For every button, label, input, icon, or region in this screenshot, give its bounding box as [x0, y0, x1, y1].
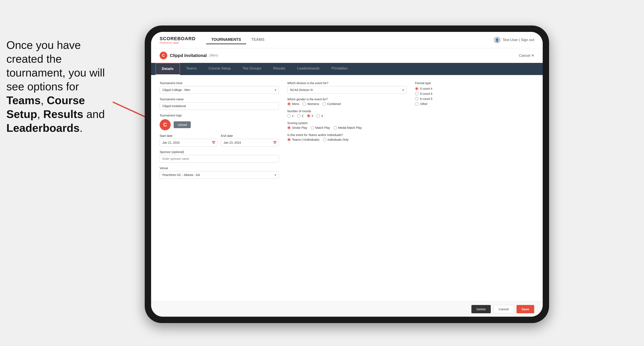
tournament-host-select-wrapper: Clippd College - Men [160, 86, 279, 94]
save-button[interactable]: Save [516, 305, 534, 313]
nav-tournaments[interactable]: TOURNAMENTS [206, 36, 246, 44]
teams-plus-radio[interactable] [287, 138, 291, 141]
scoring-medal-radio[interactable] [334, 126, 337, 129]
scoring-match-radio[interactable] [311, 126, 314, 129]
scoring-medal[interactable]: Medal Match Play [334, 126, 362, 129]
sponsor-label: Sponsor (optional) [160, 150, 279, 154]
division-field: Which division is the event for? NCAA Di… [287, 81, 406, 94]
scoring-radio-group: Stroke Play Match Play Medal Match Play [287, 126, 406, 129]
logo-area: SCOREBOARD Powered by clippd [160, 36, 196, 44]
user-label[interactable]: Test User | Sign out [503, 38, 534, 42]
tournament-name-input[interactable] [160, 102, 279, 110]
teams-plus-individuals[interactable]: Teams (+Individuals) [287, 138, 320, 141]
start-date-wrapper: 📅 [160, 139, 218, 147]
round-1[interactable]: 1 [287, 114, 294, 118]
round-3[interactable]: 3 [307, 114, 313, 118]
venue-select-wrapper: Peachtree GC - Atlanta - GA [160, 171, 279, 179]
end-date-label: End date [221, 134, 279, 138]
tournament-logo-label: Tournament logo [160, 114, 279, 117]
venue-select[interactable]: Peachtree GC - Atlanta - GA [160, 171, 279, 179]
user-avatar: 👤 [494, 36, 500, 43]
gender-womens[interactable]: Womens [303, 102, 319, 106]
tablet-device: SCOREBOARD Powered by clippd TOURNAMENTS… [145, 25, 549, 323]
delete-button[interactable]: Delete [472, 305, 491, 313]
rounds-radio-group: 1 2 3 [287, 114, 406, 118]
nav-teams[interactable]: TEAMS [246, 36, 270, 44]
format-6count5-radio[interactable] [415, 97, 418, 101]
teams-field: Is this event for Teams and/or Individua… [287, 133, 406, 141]
tournament-host-field: Tournament Host Clippd College - Men [160, 81, 279, 94]
nav-links: TOURNAMENTS TEAMS [206, 36, 494, 44]
tab-printables[interactable]: Printables [326, 63, 354, 75]
round-2[interactable]: 2 [297, 114, 304, 118]
tab-tee-groups[interactable]: Tee Groups [237, 63, 267, 75]
individuals-only[interactable]: Individuals Only [323, 138, 348, 141]
tab-leaderboards[interactable]: Leaderboards [291, 63, 326, 75]
tournament-name-field: Tournament name [160, 98, 279, 110]
format-6count5[interactable]: 6 count 5 [415, 97, 534, 101]
start-date-field: Start date 📅 [160, 134, 218, 147]
teams-label: Is this event for Teams and/or Individua… [287, 133, 406, 137]
gender-combined-radio[interactable] [322, 102, 326, 106]
format-5count4-radio[interactable] [415, 87, 418, 90]
tab-results[interactable]: Results [267, 63, 291, 75]
tournament-name: Clippd Invitational [170, 53, 207, 58]
form-col-3: Format type 5 count 4 6 count 4 [415, 81, 534, 295]
sponsor-input[interactable] [160, 155, 279, 163]
individuals-only-radio[interactable] [323, 138, 326, 141]
format-6count4-radio[interactable] [415, 92, 418, 95]
tournament-icon: C [160, 52, 167, 59]
format-5count4[interactable]: 5 count 4 [415, 87, 534, 90]
intro-text: Once you have created the tournament, yo… [0, 34, 124, 139]
form-footer: Delete Cancel Save [151, 301, 543, 317]
tournament-type: (Men) [209, 54, 218, 57]
gender-womens-radio[interactable] [303, 102, 306, 106]
main-content: Tournament Host Clippd College - Men Tou… [151, 75, 543, 317]
scoring-stroke[interactable]: Stroke Play [287, 126, 307, 129]
round-3-label: 3 [312, 114, 313, 118]
venue-label: Venue [160, 167, 279, 170]
format-other-label: Other [420, 102, 428, 106]
rounds-label: Number of rounds [287, 109, 406, 113]
gender-mens-radio[interactable] [287, 102, 291, 106]
end-date-field: End date 📅 [221, 134, 279, 147]
format-other[interactable]: Other [415, 102, 534, 106]
tab-teams[interactable]: Teams [180, 63, 202, 75]
tournament-host-label: Tournament Host [160, 81, 279, 85]
scoring-match-label: Match Play [316, 126, 330, 129]
scoring-medal-label: Medal Match Play [338, 126, 362, 129]
division-select[interactable]: NCAA Division III [287, 86, 406, 94]
round-2-radio[interactable] [297, 114, 300, 118]
upload-button[interactable]: Upload [174, 121, 191, 128]
round-1-label: 1 [292, 114, 294, 118]
round-3-radio[interactable] [307, 114, 310, 118]
round-4-label: 4 [321, 114, 323, 118]
cancel-top-button[interactable]: Cancel ✕ [519, 53, 534, 58]
venue-field: Venue Peachtree GC - Atlanta - GA [160, 167, 279, 179]
tab-details[interactable]: Details [155, 63, 180, 75]
tournament-name-label: Tournament name [160, 98, 279, 101]
division-label: Which division is the event for? [287, 81, 406, 85]
logo-sub: Powered by clippd [160, 41, 196, 44]
gender-womens-label: Womens [307, 102, 319, 106]
scoring-stroke-radio[interactable] [287, 126, 291, 129]
individuals-only-label: Individuals Only [328, 138, 348, 141]
start-date-input[interactable] [160, 139, 218, 147]
round-4[interactable]: 4 [316, 114, 323, 118]
logo-text: SCOREBOARD [160, 36, 196, 41]
tournament-host-select[interactable]: Clippd College - Men [160, 86, 279, 94]
end-date-input[interactable] [221, 139, 279, 147]
round-4-radio[interactable] [316, 114, 320, 118]
scoring-match[interactable]: Match Play [311, 126, 330, 129]
gender-radio-group: Mens Womens Combined [287, 102, 406, 106]
format-6count4[interactable]: 6 count 4 [415, 92, 534, 95]
cancel-button[interactable]: Cancel [493, 305, 514, 313]
round-1-radio[interactable] [287, 114, 291, 118]
format-other-radio[interactable] [415, 102, 418, 106]
gender-combined[interactable]: Combined [322, 102, 341, 106]
tab-course-setup[interactable]: Course Setup [202, 63, 237, 75]
form-col-1: Tournament Host Clippd College - Men Tou… [160, 81, 279, 295]
tournament-logo-field: Tournament logo C Upload [160, 114, 279, 130]
tablet-screen: SCOREBOARD Powered by clippd TOURNAMENTS… [151, 32, 543, 317]
gender-mens[interactable]: Mens [287, 102, 299, 106]
